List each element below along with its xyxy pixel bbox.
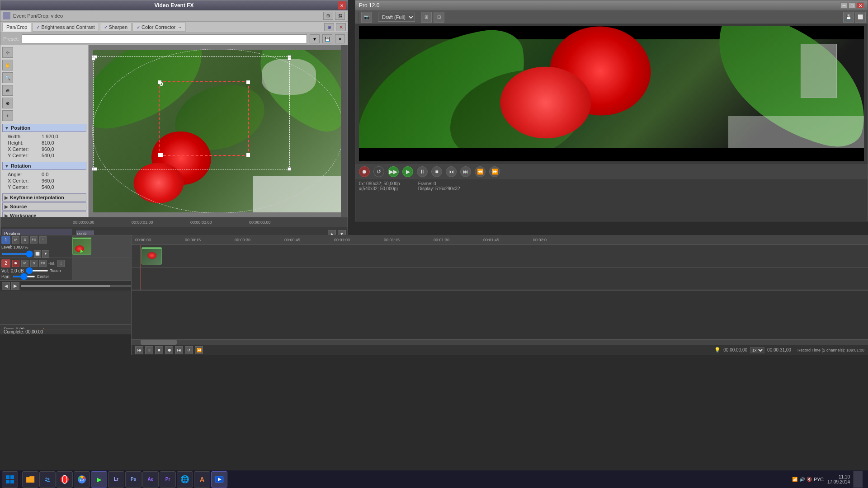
tab-brightness[interactable]: ✓ Brightness and Contrast: [32, 23, 99, 32]
main-beatdown-btn[interactable]: ⏪: [195, 346, 203, 354]
pro-ff-btn[interactable]: ⏭: [460, 166, 471, 177]
select-tool-btn[interactable]: ⊹: [2, 47, 13, 58]
zoom-tool-btn[interactable]: 🔍: [2, 72, 13, 83]
pro-stepfwd-btn[interactable]: ⏩: [489, 166, 500, 177]
audio-mute-btn[interactable]: M: [21, 260, 28, 267]
browser-btn[interactable]: 🌐: [177, 471, 193, 488]
anchor-tool-btn[interactable]: ⊗: [2, 98, 13, 108]
draft-select[interactable]: Draft (Full): [378, 13, 415, 22]
preset-close-btn[interactable]: ✕: [335, 34, 345, 43]
rotation-section-header[interactable]: ▼ Rotation: [2, 162, 86, 170]
pro-minimize-btn[interactable]: ─: [840, 2, 848, 9]
pro-rewind-btn[interactable]: ⏮: [446, 166, 457, 177]
pro-record-btn[interactable]: ⏺: [359, 166, 370, 177]
tl-left-btn[interactable]: ◀: [2, 282, 10, 290]
main-ff-btn[interactable]: ⏭: [175, 346, 183, 354]
opera-btn[interactable]: [57, 471, 73, 488]
main-scroll-thumb[interactable]: [141, 340, 177, 345]
pro-grid-btn[interactable]: ⊞: [421, 12, 432, 23]
rate-select[interactable]: 1x: [750, 347, 764, 353]
video-track-solo-btn[interactable]: S: [21, 236, 28, 244]
text-editor-btn[interactable]: A: [194, 471, 210, 488]
bypass-btn[interactable]: ⊕: [324, 23, 334, 31]
tab-color-corrector[interactable]: ✓ Color Corrector →: [132, 23, 186, 32]
main-play-pause-btn[interactable]: ⏸: [145, 346, 153, 354]
position-section-header[interactable]: ▼ Position: [2, 124, 86, 132]
pro-snap-btn[interactable]: ⊡: [434, 12, 444, 23]
media-player-btn[interactable]: ▶: [91, 471, 107, 488]
fx-grid-btn[interactable]: ⊞: [323, 12, 333, 20]
video-track-expand-btn[interactable]: ⬜: [34, 250, 41, 258]
tl-scrollbar-thumb[interactable]: [21, 285, 110, 287]
lightroom-btn[interactable]: Lr: [108, 471, 124, 488]
keyframe-title: Keyframe interpolation: [10, 195, 64, 200]
file-manager-btn[interactable]: [22, 471, 38, 488]
video-track-more-btn[interactable]: ▼: [42, 250, 49, 258]
start-button[interactable]: [2, 471, 18, 488]
store-btn[interactable]: 🛍: [39, 471, 56, 488]
preview-scrollbar-v[interactable]: [341, 45, 348, 217]
main-clip[interactable]: [142, 247, 162, 264]
main-record-btn[interactable]: ⏺: [165, 346, 173, 354]
pro-close-btn[interactable]: ✕: [857, 2, 864, 9]
frame-label: Frame:: [418, 181, 433, 186]
preset-save-btn[interactable]: 💾: [322, 34, 332, 43]
keyboard-layout[interactable]: РУС: [814, 477, 824, 482]
chrome-btn[interactable]: [74, 471, 90, 488]
speaker-mute-icon[interactable]: 🔇: [807, 477, 812, 482]
fx-close-button[interactable]: ✕: [338, 1, 346, 9]
clip-flower-thumb: [147, 252, 156, 259]
tab-sharpen[interactable]: ✓ Sharpen: [100, 23, 132, 32]
pro-stop-btn[interactable]: ■: [431, 166, 442, 177]
video-clip[interactable]: [72, 237, 91, 255]
preset-dropdown-btn[interactable]: ▼: [310, 34, 320, 43]
audio-fx-btn[interactable]: FX: [39, 260, 47, 267]
preset-input[interactable]: [22, 34, 307, 43]
keyframe-tool-btn[interactable]: +: [2, 110, 13, 121]
pro-camera-btn[interactable]: 📷: [361, 12, 372, 23]
video-track-mute-btn[interactable]: M: [12, 236, 19, 244]
main-playhead[interactable]: [141, 245, 141, 267]
pro-save-btn[interactable]: 💾: [843, 12, 854, 23]
fx-tabs-bar: Pan/Crop ✓ Brightness and Contrast ✓ Sha…: [0, 22, 348, 33]
premiere-btn[interactable]: Pr: [160, 471, 176, 488]
workspace-section-header[interactable]: ▶ Workspace: [2, 211, 86, 217]
pro-maximize-btn[interactable]: □: [849, 2, 856, 9]
remove-btn[interactable]: ✕: [336, 23, 346, 31]
ycenter-row: Y Center: 540,0: [8, 153, 85, 158]
tab-pan-crop-label: Pan/Crop: [6, 24, 27, 30]
transform-tool-btn[interactable]: ⊕: [2, 85, 13, 96]
video-track-fx-btn[interactable]: FX: [30, 236, 38, 244]
video-editor-btn[interactable]: [211, 471, 227, 488]
tab-pan-crop[interactable]: Pan/Crop: [2, 23, 31, 32]
level-slider[interactable]: [1, 253, 33, 255]
audio-solo-btn[interactable]: S: [30, 260, 38, 267]
main-scrollbar-h[interactable]: [132, 339, 868, 345]
svg-rect-2: [10, 475, 14, 479]
volume-icon[interactable]: 🔊: [799, 477, 805, 482]
vol-slider[interactable]: [26, 270, 48, 272]
pan-slider[interactable]: [13, 276, 35, 277]
pro-stepback-btn[interactable]: ⏪: [475, 166, 486, 177]
pro-play-btn[interactable]: ▶: [402, 166, 413, 177]
keyframe-section-header[interactable]: ▶ Keyframe interpolation: [2, 193, 86, 202]
fx-chain-btn[interactable]: ⛓: [335, 12, 345, 20]
audio-record-btn[interactable]: ⏺: [12, 260, 19, 267]
pan-tool-btn[interactable]: ✋: [2, 60, 13, 70]
pro-external-btn[interactable]: ⬜: [855, 12, 866, 23]
pro-pause-btn[interactable]: ⏸: [417, 166, 428, 177]
audio-options-btn[interactable]: ⋮: [57, 260, 65, 267]
tl-play-btn[interactable]: ▶: [11, 282, 19, 290]
show-desktop-btn[interactable]: [854, 471, 863, 488]
main-stop-btn[interactable]: ■: [155, 346, 163, 354]
aftereffects-btn[interactable]: Ae: [142, 471, 159, 488]
keyframe-arrow-icon: ▶: [5, 195, 8, 200]
main-loop-btn[interactable]: ↺: [185, 346, 193, 354]
source-section-header[interactable]: ▶ Source: [2, 202, 86, 211]
main-rewind-btn[interactable]: ⏮: [135, 346, 143, 354]
video-track-options-btn[interactable]: ⋮: [39, 236, 47, 244]
pro-play-from-start-btn[interactable]: ▶▶: [388, 166, 399, 177]
network-icon[interactable]: 📶: [792, 477, 797, 482]
photoshop-btn[interactable]: Ps: [125, 471, 142, 488]
pro-loop-btn[interactable]: ↺: [373, 166, 384, 177]
